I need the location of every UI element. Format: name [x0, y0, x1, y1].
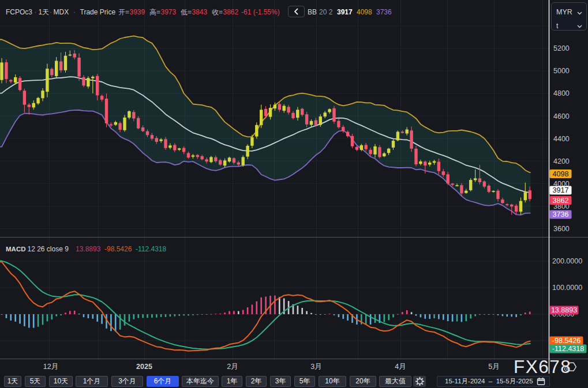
svg-text:13.8893: 13.8893 [551, 306, 577, 314]
svg-text:3600: 3600 [553, 225, 570, 233]
svg-text:5200: 5200 [553, 44, 570, 52]
svg-text:4400: 4400 [553, 135, 570, 143]
svg-text:100.0000: 100.0000 [552, 284, 582, 292]
svg-text:4200: 4200 [553, 157, 570, 165]
svg-text:3917: 3917 [553, 186, 569, 194]
svg-text:4800: 4800 [553, 89, 570, 97]
svg-text:3862: 3862 [553, 197, 569, 205]
svg-text:12月: 12月 [43, 363, 58, 371]
svg-text:5000: 5000 [553, 67, 570, 75]
svg-text:4600: 4600 [553, 112, 570, 120]
svg-text:2025: 2025 [136, 363, 152, 371]
svg-text:2月: 2月 [227, 363, 238, 371]
svg-text:4098: 4098 [553, 170, 569, 178]
svg-text:5月: 5月 [488, 363, 499, 371]
svg-text:4月: 4月 [395, 363, 406, 371]
svg-text:3月: 3月 [310, 363, 321, 371]
svg-text:200.0000: 200.0000 [552, 257, 582, 265]
svg-text:FX678: FX678 [514, 356, 571, 377]
svg-text:3736: 3736 [553, 210, 569, 219]
svg-text:-98.5426: -98.5426 [552, 337, 580, 345]
svg-text:-112.4318: -112.4318 [552, 345, 584, 353]
